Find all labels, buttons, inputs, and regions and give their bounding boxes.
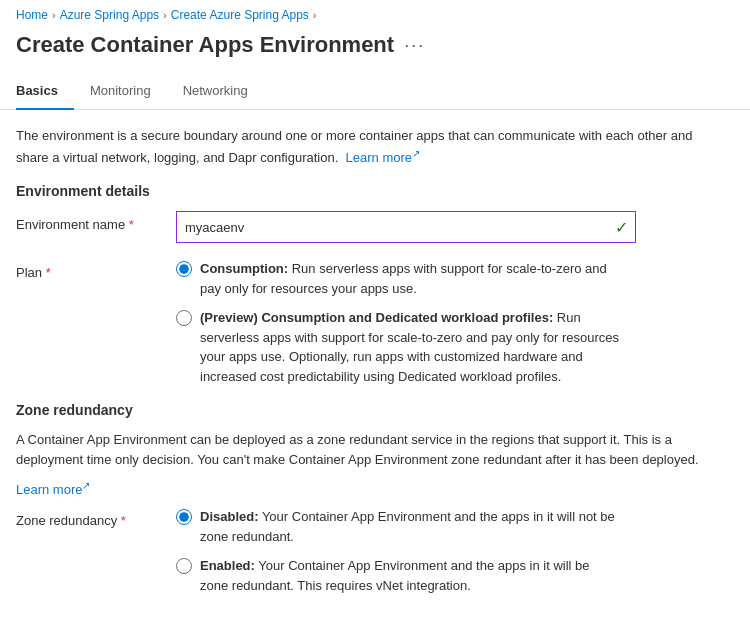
zone-label-enabled: Enabled: Your Container App Environment … bbox=[200, 556, 620, 595]
plan-row: Plan * Consumption: Run serverless apps … bbox=[16, 259, 734, 386]
zone-external-link-icon: ↗ bbox=[82, 479, 90, 490]
breadcrumb-sep-2: › bbox=[163, 9, 167, 21]
plan-option-dedicated: (Preview) Consumption and Dedicated work… bbox=[176, 308, 636, 386]
plan-label-consumption: Consumption: Run serverless apps with su… bbox=[200, 259, 620, 298]
zone-redundancy-row: Zone redundancy * Disabled: Your Contain… bbox=[16, 507, 734, 595]
tab-monitoring[interactable]: Monitoring bbox=[90, 75, 167, 110]
plan-radio-consumption[interactable] bbox=[176, 261, 192, 277]
main-content: The environment is a secure boundary aro… bbox=[0, 110, 750, 627]
zone-learn-more: Learn more↗ bbox=[16, 477, 716, 499]
tab-basics[interactable]: Basics bbox=[16, 75, 74, 110]
breadcrumb-sep-1: › bbox=[52, 9, 56, 21]
zone-redundancy-label: Zone redundancy * bbox=[16, 507, 176, 528]
environment-name-row: Environment name * ✓ bbox=[16, 211, 734, 243]
zone-radio-enabled[interactable] bbox=[176, 558, 192, 574]
breadcrumb-current: Create Azure Spring Apps bbox=[171, 8, 309, 22]
plan-radio-group: Consumption: Run serverless apps with su… bbox=[176, 259, 636, 386]
external-link-icon: ↗ bbox=[412, 148, 420, 159]
environment-details-section-title: Environment details bbox=[16, 183, 734, 199]
environment-name-label: Environment name * bbox=[16, 211, 176, 232]
zone-redundancy-options: Disabled: Your Container App Environment… bbox=[176, 507, 636, 595]
zone-learn-more-link[interactable]: Learn more↗ bbox=[16, 482, 90, 497]
zone-redundancy-section: Zone redundancy A Container App Environm… bbox=[16, 402, 734, 595]
plan-radio-dedicated[interactable] bbox=[176, 310, 192, 326]
description-text: The environment is a secure boundary aro… bbox=[16, 126, 696, 167]
zone-option-enabled: Enabled: Your Container App Environment … bbox=[176, 556, 636, 595]
input-container: ✓ bbox=[176, 211, 636, 243]
plan-required-marker: * bbox=[46, 265, 51, 280]
breadcrumb-sep-3: › bbox=[313, 9, 317, 21]
breadcrumb: Home › Azure Spring Apps › Create Azure … bbox=[0, 0, 750, 28]
page-header: Create Container Apps Environment ··· bbox=[0, 28, 750, 74]
zone-option-disabled: Disabled: Your Container App Environment… bbox=[176, 507, 636, 546]
zone-redundancy-section-title: Zone redundancy bbox=[16, 402, 734, 418]
zone-redundancy-description: A Container App Environment can be deplo… bbox=[16, 430, 716, 469]
environment-name-input[interactable] bbox=[176, 211, 636, 243]
zone-label-disabled: Disabled: Your Container App Environment… bbox=[200, 507, 620, 546]
zone-radio-group: Disabled: Your Container App Environment… bbox=[176, 507, 636, 595]
more-options-button[interactable]: ··· bbox=[404, 35, 425, 56]
tabs-container: Basics Monitoring Networking bbox=[0, 74, 750, 110]
plan-label-dedicated: (Preview) Consumption and Dedicated work… bbox=[200, 308, 620, 386]
zone-required-marker: * bbox=[121, 513, 126, 528]
plan-option-consumption: Consumption: Run serverless apps with su… bbox=[176, 259, 636, 298]
breadcrumb-home[interactable]: Home bbox=[16, 8, 48, 22]
required-marker: * bbox=[129, 217, 134, 232]
page-title: Create Container Apps Environment bbox=[16, 32, 394, 58]
environment-name-input-wrapper: ✓ bbox=[176, 211, 636, 243]
input-check-icon: ✓ bbox=[615, 218, 628, 237]
plan-label: Plan * bbox=[16, 259, 176, 280]
plan-options: Consumption: Run serverless apps with su… bbox=[176, 259, 636, 386]
tab-networking[interactable]: Networking bbox=[183, 75, 264, 110]
learn-more-link[interactable]: Learn more↗ bbox=[346, 150, 420, 165]
breadcrumb-azure-spring-apps[interactable]: Azure Spring Apps bbox=[60, 8, 159, 22]
zone-radio-disabled[interactable] bbox=[176, 509, 192, 525]
